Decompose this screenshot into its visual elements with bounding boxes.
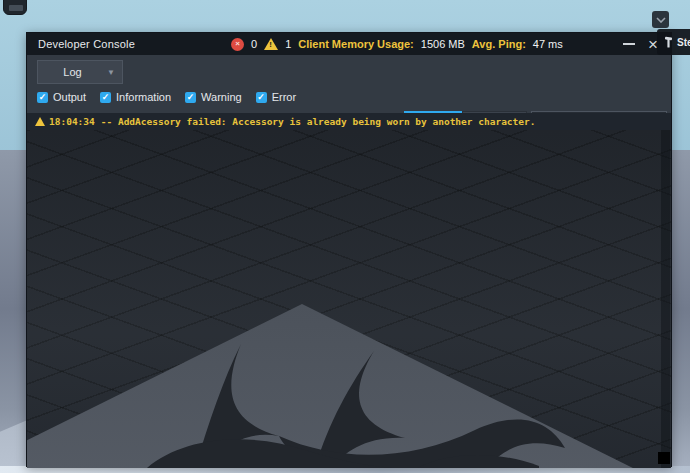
warning-exclamation: ! [269,41,272,49]
ping-value: 47 ms [533,38,563,50]
checkbox-checked-icon[interactable]: ✓ [256,92,267,103]
minimize-icon[interactable] [623,43,635,45]
filter-label: Warning [201,91,242,103]
log-entry-text: 18:04:34-- AddAcessory failed: Accessory… [49,116,535,127]
checkbox-checked-icon[interactable]: ✓ [100,92,111,103]
player-name: Stev [677,37,690,48]
filter-label: Information [116,91,171,103]
filter-label: Error [272,91,296,103]
chevron-down-icon: ▼ [107,68,115,77]
filter-error[interactable]: ✓ Error [256,91,296,103]
developer-console-window: Developer Console × 0 ! 1 Client Memory … [26,32,672,467]
leaderboard-panel[interactable]: Stev [657,29,690,55]
warning-count: 1 [285,38,291,50]
chevron-down-icon [656,17,666,23]
leaderboard-toggle[interactable] [652,11,669,28]
memory-value: 1506 MB [421,38,465,50]
console-titlebar[interactable]: Developer Console × 0 ! 1 Client Memory … [27,33,671,55]
checkbox-checked-icon[interactable]: ✓ [37,92,48,103]
filter-output[interactable]: ✓ Output [37,91,86,103]
resize-grip[interactable] [658,452,670,464]
warning-icon [35,117,45,126]
window-controls: × [623,33,658,55]
menu-glyph [9,5,23,11]
log-dropdown-label: Log [38,66,107,78]
memory-label: Client Memory Usage: [298,38,414,50]
log-timestamp: 18:04:34 [49,116,95,127]
log-type-dropdown[interactable]: Log ▼ [37,60,123,84]
scene-through-console [27,130,671,468]
filter-information[interactable]: ✓ Information [100,91,171,103]
error-count-icon: × [231,38,244,51]
log-entry-warning[interactable]: 18:04:34-- AddAcessory failed: Accessory… [27,113,671,130]
status-cluster: × 0 ! 1 Client Memory Usage: 1506 MB Avg… [231,33,563,55]
checkbox-checked-icon[interactable]: ✓ [185,92,196,103]
filter-label: Output [53,91,86,103]
log-message: -- AddAcessory failed: Accessory is alre… [101,116,536,127]
ping-label: Avg. Ping: [472,38,526,50]
filter-checkbox-row: ✓ Output ✓ Information ✓ Warning ✓ Error [37,91,296,103]
error-count: 0 [251,38,257,50]
roblox-menu-icon[interactable] [3,0,27,15]
filter-warning[interactable]: ✓ Warning [185,91,242,103]
roblox-game-screen: Developer Console × 0 ! 1 Client Memory … [0,0,690,473]
window-title: Developer Console [38,38,135,50]
scrollbar[interactable] [661,130,670,468]
console-log-viewport[interactable] [27,130,671,468]
warning-count-icon: ! [264,38,278,50]
player-hammer-icon [662,36,675,49]
console-toolbar: Log ▼ ✓ Output ✓ Information ✓ Warning ✓ [27,55,671,113]
